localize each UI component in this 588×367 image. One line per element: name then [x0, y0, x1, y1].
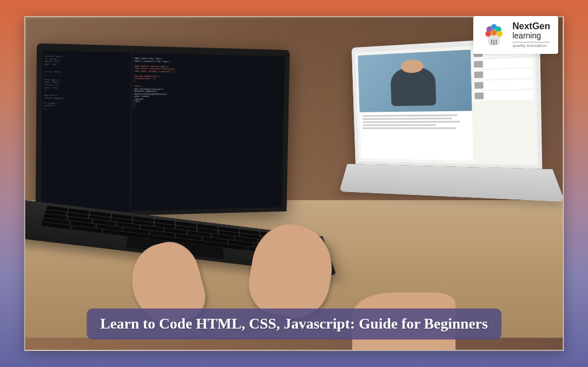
background-laptop [352, 37, 543, 220]
logo-brand-name: NextGen [512, 22, 550, 31]
svg-point-4 [497, 31, 503, 37]
brand-logo-badge: NextGen learning quality education [473, 16, 558, 54]
gradient-frame: function init() { var config = { apiKey:… [0, 0, 588, 367]
course-title: Learn to Code HTML, CSS, Javascript: Gui… [100, 315, 488, 332]
course-title-banner: Learn to Code HTML, CSS, Javascript: Gui… [87, 309, 502, 339]
main-photo: function init() { var config = { apiKey:… [24, 16, 564, 351]
logo-tagline: quality education [512, 44, 550, 48]
svg-point-3 [485, 31, 491, 37]
brain-logo-icon [481, 22, 507, 48]
logo-brand-subtitle: learning [512, 31, 550, 42]
svg-point-5 [491, 30, 497, 36]
